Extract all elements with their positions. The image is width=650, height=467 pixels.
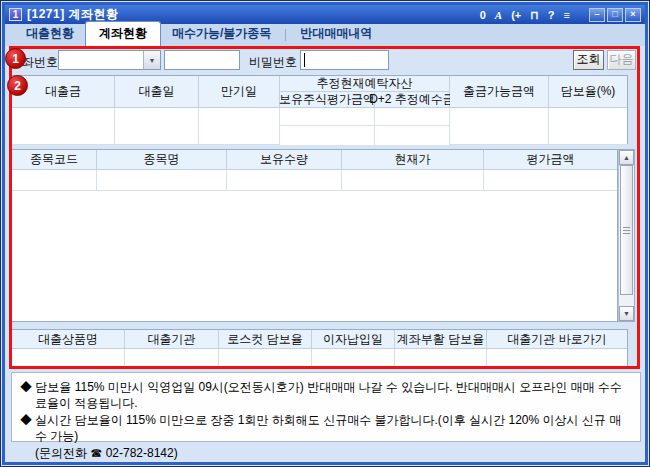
table-cell [280,126,375,145]
table-cell [12,108,115,145]
table-empty-area [12,191,617,321]
close-button[interactable]: × [625,8,641,22]
contact-phone: (문의전화 ☎ 02-782-8142) [20,445,632,461]
table-cell [125,349,219,368]
column-header-price: 현재가 [342,150,484,170]
table-cell [450,108,549,145]
zero-icon[interactable]: 0 [480,8,486,22]
column-header-withdrawable: 출금가능금액 [450,76,549,108]
column-header-name: 종목명 [97,150,227,170]
notice-line: ◆ 담보율 115% 미만시 익영업일 09시(오전동시호가) 반대매매 나갈 … [20,379,632,411]
scroll-down-button[interactable]: ▼ [619,306,634,321]
table-cell [375,108,450,126]
table-cell [549,108,627,145]
window-controls: – □ × [589,8,641,22]
column-header-collateral-ratio: 담보율(%) [549,76,627,108]
table-cell [487,349,627,368]
help-icon[interactable]: ? [548,8,555,22]
font-icon[interactable]: A [495,8,502,22]
next-button[interactable]: 다음 [607,50,636,70]
table-cell [115,108,199,145]
holdings-table: 종목코드 종목명 보유수량 현재가 평가금액 [11,149,618,322]
account-number-select[interactable]: ▼ [58,50,161,70]
query-button[interactable]: 조회 [573,50,604,70]
column-header-revive: 계좌부활 담보율 [395,330,487,349]
column-header-shortcut: 대출기관 바로가기 [487,330,627,349]
app-icon: 1 [9,8,22,21]
titlebar-toolbar: 0 A (+ ⊓ ? ≡ – □ × [480,8,641,22]
scrollbar-grip-icon [623,227,630,234]
column-header-losscut: 로스컷 담보율 [219,330,312,349]
table-cell [342,170,484,191]
table-cell [312,349,395,368]
tab-bar: 대출현황 계좌현황 매수가능/불가종목 반대매매내역 [5,24,645,46]
chevron-down-icon[interactable]: ▼ [143,51,160,69]
vertical-scrollbar: ▲ ▼ [618,149,635,322]
notice-box: ◆ 담보율 115% 미만시 익영업일 09시(오전동시호가) 반대매매 나갈 … [11,372,641,442]
tab-loan-status[interactable]: 대출현황 [15,22,85,46]
scrollbar-track[interactable] [619,165,634,306]
tab-account-status[interactable]: 계좌현황 [85,21,161,46]
column-header-loan-date: 대출일 [115,76,199,108]
minimize-button[interactable]: – [589,8,605,22]
loan-summary-table: 대출금 대출일 만기일 추정현재예탁자산 보유주식평가금액 D+2 추정예수금 … [11,75,628,144]
account-number-input[interactable] [164,50,240,70]
popup-icon[interactable]: ⊓ [530,8,539,22]
loan-detail-table: 대출상품명 대출기관 로스컷 담보율 이자납입일 계좌부활 담보율 대출기관 바… [11,329,628,367]
scrollbar-thumb[interactable] [620,165,633,295]
table-cell [227,170,342,191]
table-cell [219,349,312,368]
text-caret [304,53,305,67]
column-header-eval: 평가금액 [484,150,617,170]
column-header-stock-eval: 보유주식평가금액 [280,92,375,108]
password-label: 비밀번호 [249,54,297,71]
menu-icon[interactable]: ≡ [564,8,570,22]
column-header-code: 종목코드 [12,150,97,170]
account-number-label: 계좌번호 [10,54,58,71]
column-header-d2-deposit: D+2 추정예수금 [375,92,450,108]
maximize-button[interactable]: □ [607,8,623,22]
column-header-loan-amount: 대출금 [12,76,115,108]
notice-line: ◆ 실시간 담보율이 115% 미만으로 장중 1회만 하회해도 신규매수 불가… [20,412,632,444]
table-cell [395,349,487,368]
table-cell [375,126,450,145]
tab-separator [285,29,286,41]
table-cell [97,170,227,191]
table-cell [12,349,125,368]
column-header-group-est-assets: 추정현재예탁자산 [280,76,450,92]
tab-countertrade-history[interactable]: 반대매매내역 [289,22,383,46]
column-header-product: 대출상품명 [12,330,125,349]
column-header-qty: 보유수량 [227,150,342,170]
table-cell [199,108,280,145]
password-input[interactable] [300,50,389,70]
scroll-up-button[interactable]: ▲ [619,150,634,165]
table-cell [12,170,97,191]
table-cell [484,170,617,191]
column-header-org: 대출기관 [125,330,219,349]
table-cell [280,108,375,126]
column-header-maturity: 만기일 [199,76,280,108]
tab-buyable-items[interactable]: 매수가능/불가종목 [161,22,282,46]
screen-copy-icon[interactable]: (+ [511,8,521,22]
app-window: 1 [1271] 계좌현황 0 A (+ ⊓ ? ≡ – □ × 대출현황 계좌… [0,0,650,467]
column-header-interest-date: 이자납입일 [312,330,395,349]
